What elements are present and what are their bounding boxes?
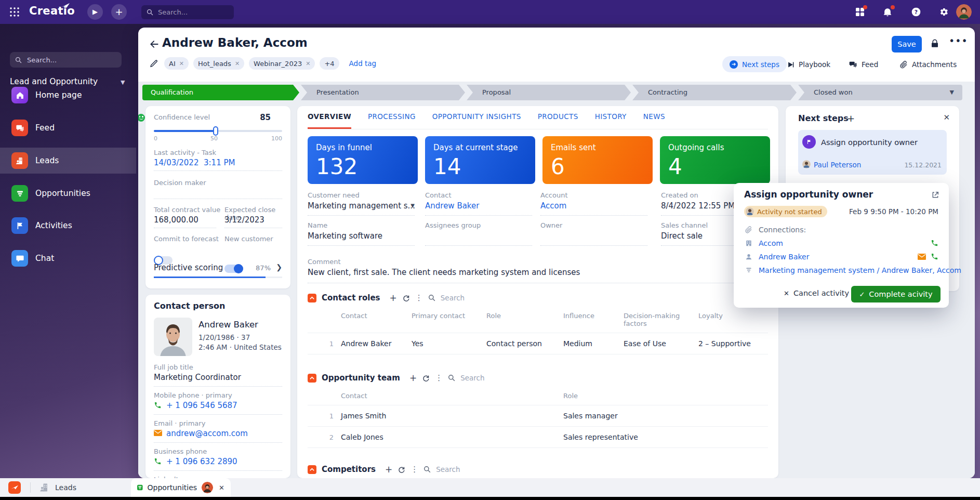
close-tab-icon[interactable]: ✕ bbox=[219, 484, 224, 492]
sidebar-item-opportunities[interactable]: Opportunities bbox=[11, 185, 131, 202]
decision-maker-field[interactable] bbox=[154, 199, 282, 199]
tab-overview[interactable]: OVERVIEW bbox=[308, 112, 351, 129]
complete-activity-button[interactable]: ✓ Complete acivity bbox=[851, 286, 941, 302]
section-search[interactable]: Search bbox=[460, 374, 484, 382]
collapse-icon[interactable] bbox=[308, 294, 316, 302]
email-value[interactable]: andrew@accom.com bbox=[166, 429, 248, 438]
field-value[interactable]: New client, first sale. The client needs… bbox=[308, 268, 768, 277]
col-primary-contact[interactable]: Primary contact bbox=[412, 309, 486, 333]
field-value[interactable]: Accom bbox=[540, 201, 647, 210]
stage-contracting[interactable]: Contracting bbox=[632, 85, 797, 100]
close-icon[interactable]: ✕ bbox=[943, 113, 950, 122]
stage-proposal[interactable]: Proposal bbox=[467, 85, 631, 100]
creatio-taskbar-logo[interactable] bbox=[8, 481, 21, 494]
add-icon[interactable]: + bbox=[385, 465, 392, 474]
tab-history[interactable]: HISTORY bbox=[595, 112, 627, 129]
call-icon[interactable] bbox=[931, 239, 938, 247]
global-search-input[interactable] bbox=[157, 8, 221, 17]
expected-close-value[interactable]: 3/12/2023 bbox=[224, 215, 264, 225]
field-assignees-group[interactable]: Assignees group bbox=[425, 221, 532, 229]
playbook-button[interactable]: Playbook bbox=[787, 57, 830, 72]
sidebar-search[interactable] bbox=[10, 52, 122, 68]
field-value[interactable]: Marketing management s... bbox=[308, 201, 415, 210]
kebab-menu-icon[interactable]: ⋮ bbox=[435, 374, 443, 382]
col-loyalty[interactable]: Loyalty bbox=[698, 309, 768, 333]
tag-pill[interactable]: Webinar_2023✕ bbox=[249, 57, 315, 70]
refresh-icon[interactable] bbox=[422, 374, 430, 382]
cell-contact[interactable]: James Smith bbox=[341, 405, 563, 426]
status-badge[interactable]: Activity not started bbox=[744, 206, 827, 217]
collapse-icon[interactable] bbox=[308, 374, 316, 383]
account-link[interactable]: Accom bbox=[759, 239, 783, 247]
add-tag-link[interactable]: Add tag bbox=[349, 59, 377, 68]
field-contact[interactable]: Contact Andrew Baker bbox=[425, 191, 532, 210]
chevron-down-icon[interactable]: ▼ bbox=[950, 85, 954, 100]
edit-tags-pencil-icon[interactable] bbox=[150, 59, 158, 68]
section-search[interactable]: Search bbox=[436, 465, 460, 473]
tab-news[interactable]: NEWS bbox=[643, 112, 665, 129]
sidebar-item-feed[interactable]: Feed bbox=[11, 120, 131, 136]
new-customer-toggle[interactable] bbox=[224, 265, 243, 273]
tab-processing[interactable]: PROCESSING bbox=[368, 112, 416, 129]
email-icon[interactable] bbox=[918, 254, 926, 260]
taskbar-tab-opportunities[interactable]: Opportunities ✕ bbox=[131, 478, 231, 497]
search-icon[interactable] bbox=[423, 466, 431, 473]
cell-contact[interactable]: Andrew Baker bbox=[341, 333, 412, 354]
call-icon[interactable] bbox=[931, 253, 938, 260]
last-activity-date[interactable]: 14/03/2022 bbox=[154, 158, 198, 167]
attachments-button[interactable]: Attachments bbox=[900, 57, 957, 72]
business-phone-value[interactable]: + 1 096 632 2890 bbox=[166, 457, 237, 466]
add-new-button[interactable]: + bbox=[111, 4, 127, 20]
contact-link[interactable]: Andrew Baker bbox=[759, 253, 809, 261]
next-steps-toggle-button[interactable]: ➜ Next steps bbox=[722, 56, 787, 72]
search-icon[interactable] bbox=[448, 374, 455, 381]
tag-pill[interactable]: Hot_leads✕ bbox=[193, 57, 244, 70]
last-activity-time[interactable]: 3:11 PM bbox=[204, 158, 235, 167]
stage-qualification[interactable]: Qualification bbox=[142, 85, 299, 100]
add-step-button[interactable]: + bbox=[847, 113, 855, 124]
kebab-menu-icon[interactable]: ⋮ bbox=[415, 294, 423, 302]
contact-name[interactable]: Andrew Baker bbox=[198, 320, 258, 330]
back-button[interactable] bbox=[149, 39, 160, 49]
stage-closed-won[interactable]: Closed won▼ bbox=[798, 85, 962, 100]
chevron-right-icon[interactable]: ❯ bbox=[276, 263, 282, 271]
col-role[interactable]: Role bbox=[563, 389, 768, 405]
next-step-card[interactable]: Assign opportunity owner Paul Peterson 1… bbox=[798, 130, 947, 175]
sidebar-item-leads[interactable]: Leads bbox=[11, 152, 131, 169]
slider-handle[interactable] bbox=[213, 126, 218, 136]
more-tags-pill[interactable]: +4 bbox=[320, 57, 339, 70]
apps-launcher-icon[interactable] bbox=[855, 7, 865, 17]
sidebar-search-input[interactable] bbox=[26, 56, 106, 64]
tab-opportunity-insights[interactable]: OPPORTUNITY INSIGHTS bbox=[432, 112, 521, 129]
remove-tag-icon[interactable]: ✕ bbox=[179, 60, 184, 67]
add-icon[interactable]: + bbox=[409, 374, 417, 383]
section-search[interactable]: Search bbox=[441, 294, 465, 302]
field-name[interactable]: Name Marketing software bbox=[308, 221, 415, 241]
app-menu-icon[interactable] bbox=[9, 7, 20, 17]
cancel-activity-button[interactable]: ✕ Cancel activity bbox=[784, 289, 849, 297]
workspace-selector[interactable]: Lead and Opportunity bbox=[10, 77, 98, 86]
global-search[interactable] bbox=[141, 5, 234, 19]
open-record-icon[interactable] bbox=[931, 191, 939, 199]
confidence-slider[interactable] bbox=[154, 130, 282, 132]
job-title-value[interactable]: Marketing Coordinator bbox=[154, 373, 241, 382]
tab-products[interactable]: PRODUCTS bbox=[538, 112, 578, 129]
assignee-name[interactable]: Paul Peterson bbox=[814, 161, 861, 169]
refresh-icon[interactable] bbox=[398, 466, 405, 473]
col-decision-factors[interactable]: Decision-making factors bbox=[624, 309, 698, 333]
save-button[interactable]: Save bbox=[892, 36, 922, 52]
tag-pill[interactable]: AI✕ bbox=[164, 57, 189, 70]
notifications-bell-icon[interactable] bbox=[882, 7, 893, 17]
mobile-phone-value[interactable]: + 1 096 546 5687 bbox=[166, 401, 237, 410]
col-influence[interactable]: Influence bbox=[563, 309, 624, 333]
sidebar-item-activities[interactable]: Activities bbox=[11, 217, 131, 234]
sidebar-item-home-page[interactable]: Home page bbox=[11, 87, 131, 103]
cell-contact[interactable]: Caleb Jones bbox=[341, 427, 563, 448]
remove-tag-icon[interactable]: ✕ bbox=[306, 60, 310, 67]
col-role[interactable]: Role bbox=[486, 309, 563, 333]
stage-presentation[interactable]: Presentation bbox=[301, 85, 465, 100]
field-account[interactable]: Account Accom bbox=[540, 191, 647, 210]
step-title[interactable]: Assign opportunity owner bbox=[821, 138, 918, 147]
run-process-button[interactable]: ▶ bbox=[87, 4, 103, 20]
field-customer-need[interactable]: Customer need Marketing management s... … bbox=[308, 191, 415, 210]
